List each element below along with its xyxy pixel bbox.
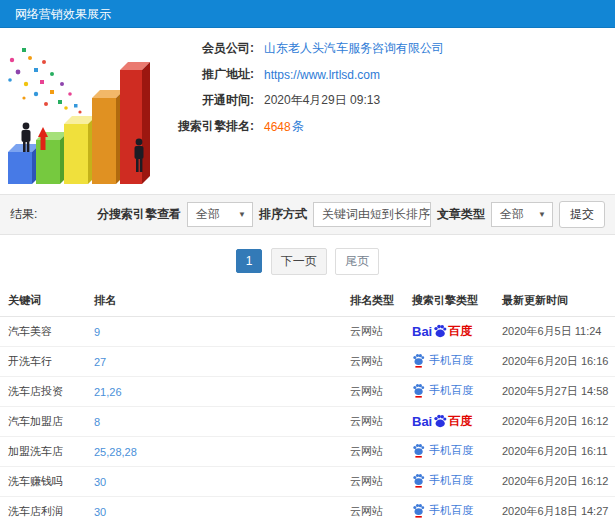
rank-cell: 9: [86, 317, 342, 347]
baidu-logo: Bai 百度: [412, 413, 472, 430]
company-link[interactable]: 山东老人头汽车服务咨询有限公司: [264, 40, 444, 57]
col-header-keyword: 关键词: [0, 285, 86, 317]
rank-count-label: 搜索引擎排名:: [158, 118, 254, 135]
last-page-button[interactable]: 尾页: [335, 248, 379, 275]
filter-bar: 结果: 分搜索引擎查看 全部 ▼ 排序方式 关键词由短到长排序 ▼ 文章类型 全…: [0, 194, 615, 235]
info-row-open-time: 开通时间: 2020年4月29日 09:13: [158, 92, 615, 109]
rank-type-cell: 云网站: [342, 407, 404, 437]
mobile-baidu-paw-icon: [412, 443, 425, 458]
open-time-value: 2020年4月29日 09:13: [264, 92, 380, 109]
rank-cell: 8: [86, 407, 342, 437]
submit-button[interactable]: 提交: [559, 201, 605, 228]
engine-type-cell: Bai 百度 手机百度: [404, 347, 494, 377]
updated-cell: 2020年6月20日 16:12: [494, 407, 615, 437]
sort-select[interactable]: 关键词由短到长排序 ▼: [313, 202, 431, 227]
baidu-logo-latin: Bai: [412, 414, 432, 429]
pagination: 1 下一页 尾页: [0, 248, 615, 275]
hero-section: 会员公司: 山东老人头汽车服务咨询有限公司 推广地址: https://www.…: [0, 28, 615, 190]
mobile-baidu-logo: 手机百度: [412, 443, 473, 458]
table-row: 洗车店利润 30 云网站 Bai 百度 手机百度: [0, 497, 615, 520]
engine-filter-value: 全部: [196, 203, 220, 226]
table-row: 汽车美容 9 云网站 Bai 百度 手机百度: [0, 317, 615, 347]
col-header-rank: 排名: [86, 285, 342, 317]
rank-count-value: 4648: [264, 120, 291, 134]
col-header-engine-type: 搜索引擎类型: [404, 285, 494, 317]
article-type-value: 全部: [500, 203, 524, 226]
mobile-baidu-label: 手机百度: [429, 473, 473, 488]
rank-type-cell: 云网站: [342, 497, 404, 520]
promotion-url-link[interactable]: https://www.lrtlsd.com: [264, 68, 380, 82]
company-label: 会员公司:: [158, 40, 254, 57]
engine-filter-select[interactable]: 全部 ▼: [187, 202, 253, 227]
engine-type-cell: Bai 百度 手机百度: [404, 437, 494, 467]
chevron-down-icon: ▼: [238, 203, 246, 226]
keyword-cell: 加盟洗车店: [0, 437, 86, 467]
url-label: 推广地址:: [158, 66, 254, 83]
article-type-select[interactable]: 全部 ▼: [491, 202, 553, 227]
rank-count-unit: 条: [292, 118, 304, 135]
mobile-baidu-label: 手机百度: [429, 383, 473, 398]
updated-cell: 2020年6月20日 16:12: [494, 467, 615, 497]
col-header-rank-type: 排名类型: [342, 285, 404, 317]
keyword-cell: 洗车赚钱吗: [0, 467, 86, 497]
next-page-button[interactable]: 下一页: [271, 248, 327, 275]
page-header-bar: 网络营销效果展示: [0, 0, 615, 28]
page-button-current[interactable]: 1: [236, 249, 263, 273]
result-label: 结果:: [10, 206, 37, 223]
updated-cell: 2020年6月18日 14:27: [494, 497, 615, 520]
rank-cell: 25,28,28: [86, 437, 342, 467]
info-row-company: 会员公司: 山东老人头汽车服务咨询有限公司: [158, 40, 615, 57]
table-row: 洗车赚钱吗 30 云网站 Bai 百度 手机百度: [0, 467, 615, 497]
rank-cell: 27: [86, 347, 342, 377]
rank-type-cell: 云网站: [342, 437, 404, 467]
table-row: 开洗车行 27 云网站 Bai 百度 手机百度: [0, 347, 615, 377]
table-row: 加盟洗车店 25,28,28 云网站 Bai 百度 手机百: [0, 437, 615, 467]
engine-type-cell: Bai 百度 手机百度: [404, 467, 494, 497]
table-row: 洗车店投资 21,26 云网站 Bai 百度 手机百度: [0, 377, 615, 407]
member-info-panel: 会员公司: 山东老人头汽车服务咨询有限公司 推广地址: https://www.…: [158, 32, 615, 190]
info-row-url: 推广地址: https://www.lrtlsd.com: [158, 66, 615, 83]
updated-cell: 2020年6月20日 16:11: [494, 437, 615, 467]
confetti-dots: [8, 48, 81, 114]
mobile-baidu-paw-icon: [412, 383, 425, 398]
filter-controls: 分搜索引擎查看 全部 ▼ 排序方式 关键词由短到长排序 ▼ 文章类型 全部 ▼ …: [97, 201, 605, 228]
baidu-paw-icon: [433, 414, 447, 428]
engine-type-cell: Bai 百度 手机百度: [404, 377, 494, 407]
baidu-logo: Bai 百度: [412, 323, 472, 340]
mobile-baidu-logo: 手机百度: [412, 503, 473, 518]
info-row-rank-count: 搜索引擎排名: 4648 条: [158, 118, 615, 135]
sort-label: 排序方式: [259, 206, 307, 223]
rank-cell: 30: [86, 497, 342, 520]
mobile-baidu-label: 手机百度: [429, 353, 473, 368]
rank-type-cell: 云网站: [342, 467, 404, 497]
updated-cell: 2020年6月5日 11:24: [494, 317, 615, 347]
keyword-cell: 汽车加盟店: [0, 407, 86, 437]
growth-chart-graphic: [0, 32, 158, 190]
mobile-baidu-label: 手机百度: [429, 443, 473, 458]
rank-cell: 21,26: [86, 377, 342, 407]
mobile-baidu-paw-icon: [412, 473, 425, 488]
baidu-paw-icon: [433, 324, 447, 338]
rank-type-cell: 云网站: [342, 347, 404, 377]
keyword-cell: 洗车店投资: [0, 377, 86, 407]
table-header-row: 关键词 排名 排名类型 搜索引擎类型 最新更新时间: [0, 285, 615, 317]
mobile-baidu-label: 手机百度: [429, 503, 473, 518]
mobile-baidu-paw-icon: [412, 503, 425, 518]
bars: [8, 62, 150, 184]
sort-value: 关键词由短到长排序: [322, 203, 430, 226]
page-title: 网络营销效果展示: [15, 7, 111, 21]
engine-type-cell: Bai 百度 手机百度: [404, 497, 494, 520]
mobile-baidu-logo: 手机百度: [412, 353, 473, 368]
keyword-cell: 洗车店利润: [0, 497, 86, 520]
engine-type-cell: Bai 百度 手机百度: [404, 407, 494, 437]
mobile-baidu-logo: 手机百度: [412, 473, 473, 488]
updated-cell: 2020年6月20日 16:16: [494, 347, 615, 377]
updated-cell: 2020年5月27日 14:58: [494, 377, 615, 407]
rank-type-cell: 云网站: [342, 317, 404, 347]
mobile-baidu-paw-icon: [412, 353, 425, 368]
baidu-logo-cn: 百度: [448, 413, 472, 430]
bar-chart-illustration: [0, 32, 158, 190]
keyword-cell: 汽车美容: [0, 317, 86, 347]
keyword-cell: 开洗车行: [0, 347, 86, 377]
results-table: 关键词 排名 排名类型 搜索引擎类型 最新更新时间 汽车美容 9 云网站 Bai…: [0, 285, 615, 520]
